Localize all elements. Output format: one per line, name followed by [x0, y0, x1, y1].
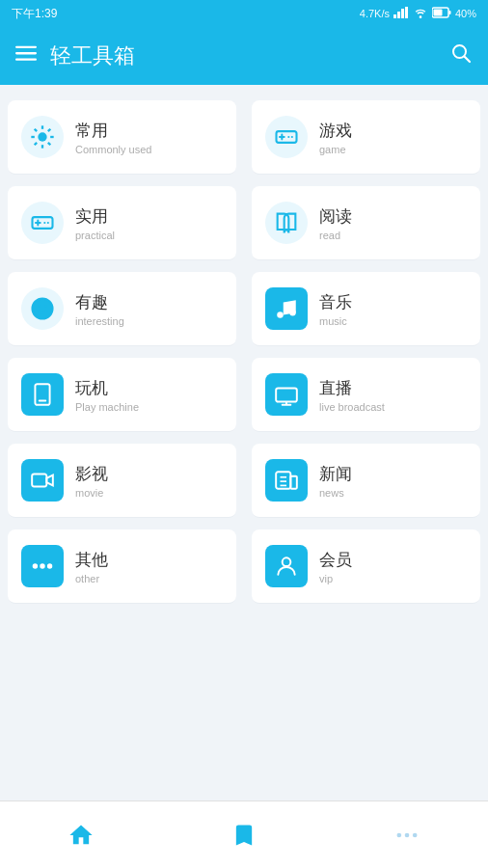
svg-rect-10 — [15, 59, 37, 61]
category-item-movie[interactable]: 影视movie — [8, 444, 236, 518]
svg-point-24 — [44, 305, 47, 308]
category-name-cn-live-broadcast: 直播 — [319, 377, 385, 399]
svg-point-44 — [412, 832, 417, 837]
music-icon — [265, 287, 308, 330]
svg-rect-2 — [401, 9, 404, 18]
svg-rect-27 — [35, 384, 49, 405]
category-name-cn-practical: 实用 — [75, 205, 115, 228]
svg-point-23 — [38, 305, 41, 308]
wifi-icon — [413, 7, 428, 20]
category-name-en-interesting: interesting — [75, 315, 124, 327]
newspaper-icon — [265, 459, 308, 502]
svg-point-39 — [40, 563, 44, 568]
category-name-cn-news: 新闻 — [319, 463, 352, 485]
svg-point-13 — [38, 132, 46, 141]
network-speed: 4.7K/s — [360, 8, 390, 19]
svg-line-19 — [48, 143, 50, 145]
svg-rect-8 — [15, 46, 37, 48]
category-name-en-music: music — [319, 315, 352, 327]
category-item-play-machine[interactable]: 玩机Play machine — [8, 358, 236, 432]
svg-line-12 — [465, 57, 471, 63]
category-item-news[interactable]: 新闻news — [252, 444, 480, 518]
svg-rect-1 — [397, 12, 400, 18]
category-item-live-broadcast[interactable]: 直播live broadcast — [252, 358, 480, 432]
book-icon — [265, 202, 308, 244]
category-name-cn-other: 其他 — [75, 549, 108, 571]
sun-icon — [21, 116, 64, 158]
svg-rect-7 — [448, 11, 450, 14]
category-name-en-vip: vip — [319, 573, 352, 584]
tv-icon — [265, 373, 308, 416]
category-name-en-movie: movie — [75, 487, 108, 499]
status-bar: 下午1:39 4.7K/s 40% — [0, 0, 488, 27]
category-item-commonly-used[interactable]: 常用Commonly used — [8, 100, 236, 175]
nav-more[interactable] — [393, 822, 420, 849]
gamepad2-icon — [21, 202, 64, 244]
svg-point-40 — [47, 563, 52, 568]
status-time: 下午1:39 — [12, 6, 57, 22]
svg-line-18 — [35, 129, 37, 131]
svg-line-20 — [48, 129, 50, 131]
category-name-cn-movie: 影视 — [75, 463, 108, 485]
category-name-en-live-broadcast: live broadcast — [319, 401, 385, 413]
svg-point-41 — [283, 557, 291, 566]
dots-icon — [21, 545, 64, 587]
signal-icon — [393, 7, 409, 20]
category-name-en-read: read — [319, 230, 352, 241]
category-name-en-play-machine: Play machine — [75, 401, 139, 413]
category-name-en-news: news — [319, 487, 352, 499]
svg-point-4 — [420, 15, 422, 18]
category-name-cn-read: 阅读 — [319, 205, 352, 228]
svg-point-42 — [396, 832, 401, 837]
svg-point-22 — [33, 299, 53, 319]
nav-home[interactable] — [68, 822, 95, 849]
svg-point-26 — [289, 310, 296, 316]
category-name-en-game: game — [319, 144, 352, 155]
bottom-nav — [0, 800, 488, 868]
battery-icon — [432, 7, 451, 20]
category-item-vip[interactable]: 会员vip — [252, 529, 480, 604]
category-name-cn-interesting: 有趣 — [75, 291, 124, 313]
category-item-practical[interactable]: 实用practical — [8, 186, 236, 260]
category-name-cn-commonly-used: 常用 — [75, 120, 151, 142]
category-name-cn-music: 音乐 — [319, 291, 352, 313]
nav-bookmark[interactable] — [230, 822, 258, 849]
header-left: 轻工具箱 — [15, 41, 135, 70]
phone-icon — [21, 373, 64, 416]
svg-line-21 — [35, 143, 37, 145]
category-name-cn-play-machine: 玩机 — [75, 377, 139, 399]
svg-point-43 — [404, 832, 409, 837]
category-name-cn-game: 游戏 — [319, 120, 352, 142]
category-name-en-other: other — [75, 573, 108, 584]
category-name-cn-vip: 会员 — [319, 549, 352, 571]
battery-percent: 40% — [455, 8, 476, 19]
svg-rect-0 — [393, 14, 396, 18]
category-item-game[interactable]: 游戏game — [252, 100, 480, 175]
gamepad-icon — [265, 116, 308, 158]
smiley-icon — [21, 287, 64, 330]
svg-rect-34 — [290, 476, 297, 489]
svg-point-38 — [33, 563, 38, 568]
svg-rect-3 — [405, 7, 408, 18]
svg-rect-6 — [433, 10, 442, 16]
svg-rect-29 — [276, 389, 297, 402]
app-title: 轻工具箱 — [50, 41, 135, 70]
user-icon — [265, 545, 308, 587]
category-name-en-commonly-used: Commonly used — [75, 144, 151, 155]
svg-rect-9 — [15, 52, 37, 54]
category-name-en-practical: practical — [75, 230, 115, 241]
category-item-interesting[interactable]: 有趣interesting — [8, 272, 236, 346]
svg-point-25 — [277, 312, 284, 318]
hamburger-menu-icon[interactable] — [15, 42, 37, 69]
status-right: 4.7K/s 40% — [360, 7, 476, 20]
video-icon — [21, 459, 64, 502]
main-content: 常用Commonly used 游戏game 实用practical 阅读rea… — [0, 85, 488, 800]
search-icon[interactable] — [449, 41, 473, 70]
category-item-read[interactable]: 阅读read — [252, 186, 480, 260]
category-item-other[interactable]: 其他other — [8, 529, 236, 604]
category-item-music[interactable]: 音乐music — [252, 272, 480, 346]
svg-rect-32 — [32, 475, 46, 487]
categories-grid: 常用Commonly used 游戏game 实用practical 阅读rea… — [0, 95, 488, 610]
app-header: 轻工具箱 — [0, 27, 488, 85]
